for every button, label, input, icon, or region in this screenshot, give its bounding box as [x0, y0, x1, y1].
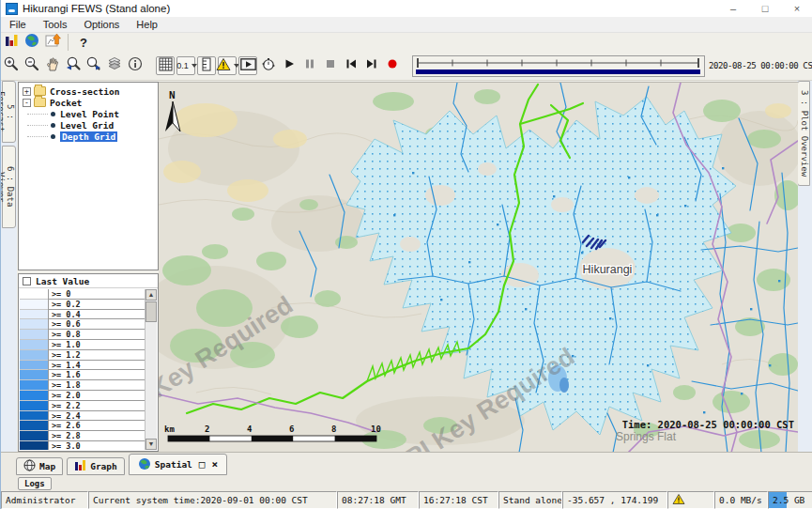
color-swatch: [20, 380, 48, 391]
tree-item-label: Level Point: [60, 109, 119, 119]
left-dock-rail: 5 : Forecast 6 : Data Viewer: [1, 81, 17, 452]
menu-bar: File Tools Options Help: [1, 17, 812, 33]
legend-row[interactable]: >= 1.0: [20, 340, 145, 350]
map-display-button[interactable]: [23, 33, 41, 52]
legend-row[interactable]: >= 1.2: [20, 350, 145, 361]
info-button[interactable]: [126, 56, 145, 75]
animation-export-button[interactable]: [238, 56, 257, 75]
status-warning-cell[interactable]: [667, 491, 714, 509]
database-display-button[interactable]: [2, 33, 21, 52]
dock-tab-plot-overview[interactable]: 3 : Plot Overview: [797, 81, 810, 186]
class-interval-dropdown[interactable]: 0.1: [176, 56, 195, 75]
tree-item-pocket[interactable]: -Pocket: [19, 97, 158, 108]
grid-display-button[interactable]: [156, 56, 175, 75]
globe-wireframe-icon: [23, 459, 36, 473]
tab-maximize-icon[interactable]: □: [199, 458, 206, 470]
legend-row[interactable]: >= 0.6: [20, 319, 145, 330]
tab-graph[interactable]: Graph: [67, 457, 125, 475]
color-swatch: [20, 350, 48, 361]
play-button[interactable]: [280, 56, 299, 75]
folder-icon: [34, 98, 46, 107]
zoom-in-button[interactable]: [2, 56, 21, 75]
zoom-out-button[interactable]: [23, 56, 41, 75]
menu-tools[interactable]: Tools: [35, 19, 76, 30]
pause-button[interactable]: [300, 56, 319, 75]
expand-icon[interactable]: +: [23, 87, 31, 96]
tree-item-depth-grid[interactable]: Depth Grid: [19, 131, 158, 142]
scroll-down-icon[interactable]: ▼: [146, 439, 157, 450]
tab-close-icon[interactable]: ×: [211, 458, 218, 470]
svg-text:2: 2: [205, 424, 209, 434]
color-swatch: [20, 361, 48, 371]
timeline-slider[interactable]: [412, 55, 705, 77]
dock-tab-data-viewer[interactable]: 6 : Data Viewer: [2, 146, 16, 228]
zoom-previous-button[interactable]: [64, 56, 83, 75]
status-gmt-time: 08:27:18 GMT: [337, 491, 419, 509]
skip-start-button[interactable]: [342, 56, 360, 75]
record-icon: [385, 56, 400, 75]
scroll-thumb[interactable]: [146, 301, 157, 322]
maximize-button[interactable]: □: [749, 1, 781, 17]
skip-end-button[interactable]: [362, 56, 381, 75]
tab-map[interactable]: Map: [16, 457, 63, 475]
color-swatch: [20, 421, 48, 431]
status-mode: Stand alone: [498, 491, 562, 509]
app-icon: [6, 3, 18, 15]
tab-spatial[interactable]: Spatial□×: [129, 454, 227, 475]
menu-help[interactable]: Help: [128, 19, 166, 30]
interval-value: 0.1: [176, 61, 189, 70]
color-swatch: [20, 401, 48, 411]
title-bar: Hikurangi FEWS (Stand alone) – □ ×: [1, 0, 812, 17]
chart-arrow-icon: [45, 33, 61, 52]
layers-button[interactable]: [105, 56, 124, 75]
legend-row[interactable]: >= 2.4: [20, 411, 145, 422]
folder-icon: [34, 86, 46, 96]
legend-row[interactable]: >= 0.8: [20, 330, 145, 340]
tree-item-level-grid[interactable]: Level Grid: [19, 119, 158, 131]
scroll-up-icon[interactable]: ▲: [146, 289, 157, 301]
dock-tab-forecast[interactable]: 5 : Forecast: [2, 81, 16, 143]
legend-row[interactable]: >= 2.6: [20, 421, 145, 431]
legend-row[interactable]: >= 1.4: [20, 361, 145, 371]
vertical-scale-button[interactable]: [197, 56, 216, 75]
zoom-next-button[interactable]: [84, 56, 103, 75]
last-value-checkbox[interactable]: [23, 277, 31, 285]
right-dock-rail: 3 : Plot Overview: [797, 81, 812, 452]
legend-row[interactable]: >= 3.0: [20, 441, 145, 450]
main-toolbar: ?: [1, 33, 812, 52]
status-coordinates: -35.657 , 174.199: [562, 491, 667, 509]
menu-options[interactable]: Options: [75, 19, 128, 30]
legend-row[interactable]: >= 1.8: [20, 380, 145, 391]
stop-button[interactable]: [321, 56, 340, 75]
minimize-button[interactable]: –: [717, 1, 749, 17]
help-button[interactable]: ?: [74, 33, 93, 52]
node-icon: [51, 112, 55, 116]
pan-button[interactable]: [43, 56, 62, 75]
legend-row[interactable]: >= 2.0: [20, 391, 145, 401]
color-swatch: [20, 411, 48, 422]
legend-row[interactable]: >= 0.4: [20, 310, 145, 320]
legend-row[interactable]: >= 0.2: [20, 300, 145, 310]
animation-settings-button[interactable]: [259, 56, 278, 75]
timeseries-display-button[interactable]: [43, 33, 62, 52]
thresholds-dropdown[interactable]: [218, 56, 237, 75]
legend-row[interactable]: >= 2.2: [20, 401, 145, 411]
zoom-previous-icon: [65, 55, 82, 76]
tree-item-label: Level Grid: [60, 120, 114, 131]
town-label: Hikurangi: [583, 263, 633, 276]
legend-row[interactable]: >= 0: [20, 289, 145, 300]
legend-scrollbar[interactable]: ▲ ▼: [145, 289, 157, 450]
menu-file[interactable]: File: [1, 19, 35, 30]
zoom-out-icon: [23, 55, 40, 76]
map-canvas[interactable]: .fo{fill:#aed19f;opacity:.85}.tn{fill:#e…: [159, 82, 798, 452]
svg-text:10: 10: [371, 424, 381, 434]
globe-icon: [138, 457, 151, 472]
close-button[interactable]: ×: [781, 1, 812, 17]
legend-panel: Last Value >= 0 >= 0.2 >= 0.4 >= 0.6 >= …: [18, 273, 159, 452]
legend-row[interactable]: >= 2.8: [20, 431, 145, 441]
legend-row[interactable]: >= 1.6: [20, 370, 145, 380]
record-button[interactable]: [383, 56, 402, 75]
tree-item-level-point[interactable]: Level Point: [19, 108, 158, 119]
logs-button[interactable]: Logs: [18, 477, 52, 490]
collapse-icon[interactable]: -: [23, 99, 31, 107]
